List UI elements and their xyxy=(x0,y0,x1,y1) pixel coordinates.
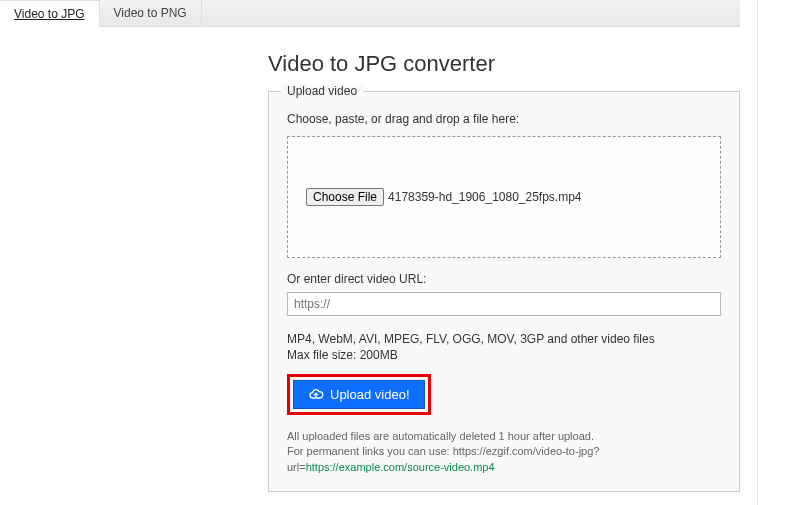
file-dropzone[interactable]: Choose File 4178359-hd_1906_1080_25fps.m… xyxy=(287,136,721,258)
upload-fieldset: Upload video Choose, paste, or drag and … xyxy=(268,91,740,492)
fine-print: All uploaded files are automatically del… xyxy=(287,429,721,475)
page-title: Video to JPG converter xyxy=(268,51,740,77)
url-label: Or enter direct video URL: xyxy=(287,272,721,286)
divider xyxy=(757,0,758,505)
selected-file-name: 4178359-hd_1906_1080_25fps.mp4 xyxy=(388,190,582,204)
tab-bar: Video to JPG Video to PNG xyxy=(0,0,740,27)
upload-button[interactable]: Upload video! xyxy=(293,380,425,409)
supported-formats: MP4, WebM, AVI, MPEG, FLV, OGG, MOV, 3GP… xyxy=(287,332,721,346)
max-file-size: Max file size: 200MB xyxy=(287,348,721,362)
main-content: Video to JPG converter Upload video Choo… xyxy=(0,27,800,492)
choose-file-button[interactable]: Choose File xyxy=(306,188,384,206)
url-input[interactable] xyxy=(287,292,721,316)
cloud-upload-icon xyxy=(308,388,324,402)
upload-button-label: Upload video! xyxy=(330,387,410,402)
tab-video-to-jpg[interactable]: Video to JPG xyxy=(0,0,100,27)
instruction-text: Choose, paste, or drag and drop a file h… xyxy=(287,112,721,126)
example-url-link[interactable]: https://example.com/source-video.mp4 xyxy=(306,461,495,473)
tab-video-to-png[interactable]: Video to PNG xyxy=(100,0,202,26)
fine-print-line1: All uploaded files are automatically del… xyxy=(287,430,594,442)
highlight-annotation: Upload video! xyxy=(287,374,431,415)
fieldset-legend: Upload video xyxy=(281,84,363,98)
